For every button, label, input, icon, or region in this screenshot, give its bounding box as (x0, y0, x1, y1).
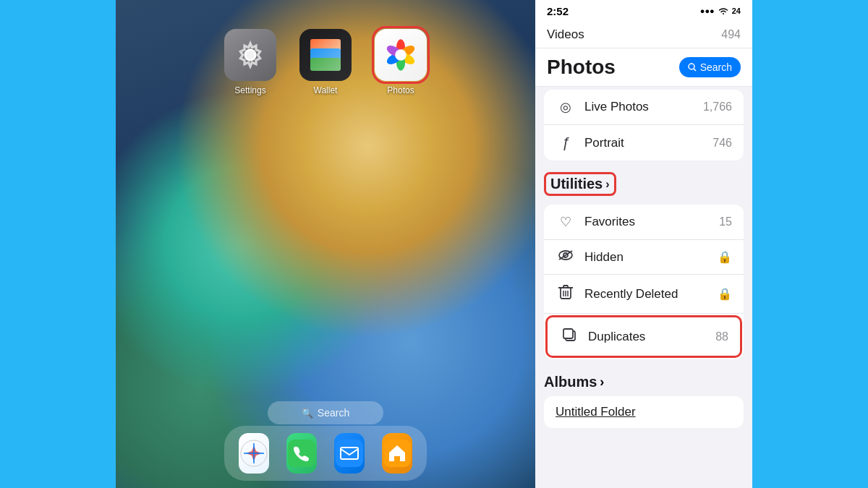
copy-svg-icon (561, 327, 577, 343)
wallet-icon-inner (310, 39, 341, 71)
live-photos-icon: ◎ (556, 99, 576, 115)
favorites-label: Favorites (584, 215, 719, 229)
settings-gear-icon (233, 38, 268, 72)
hidden-item[interactable]: Hidden 🔒 (544, 240, 744, 275)
live-photos-item[interactable]: ◎ Live Photos 1,766 (544, 90, 744, 125)
iphone-screen: Settings Wallet (116, 0, 535, 488)
recently-deleted-item[interactable]: Recently Deleted 🔒 (544, 275, 744, 314)
hidden-icon (556, 249, 576, 265)
right-panel: 2:52 ●●● 24 Videos 494 Photos (535, 0, 752, 488)
search-button-icon (688, 63, 697, 72)
status-time: 2:52 (547, 5, 569, 17)
safari-icon (240, 440, 268, 467)
trash-icon (556, 284, 576, 304)
portrait-item[interactable]: ƒ Portrait 746 (544, 125, 744, 160)
status-icons: ●●● 24 (700, 7, 741, 15)
svg-line-18 (694, 69, 696, 71)
live-photos-count: 1,766 (703, 100, 732, 114)
utilities-label: Utilities (550, 176, 603, 192)
status-bar: 2:52 ●●● 24 (535, 0, 752, 22)
dock (224, 426, 427, 481)
dock-mail-icon[interactable] (334, 433, 365, 474)
home-search-icon: 🔍 (302, 408, 313, 419)
wallet-card-3 (310, 58, 341, 71)
main-container: Settings Wallet (0, 0, 868, 488)
home-icon (383, 440, 411, 467)
hidden-label: Hidden (584, 250, 718, 265)
favorites-count: 15 (719, 215, 732, 228)
content-area: ◎ Live Photos 1,766 ƒ Portrait 746 Utili… (535, 87, 752, 488)
live-photos-label: Live Photos (584, 100, 703, 114)
photos-app-label: Photos (387, 85, 414, 95)
dock-home-icon[interactable] (382, 433, 412, 474)
albums-chevron: › (600, 374, 604, 390)
utilities-section-header[interactable]: Utilities › (535, 166, 752, 199)
portrait-label: Portrait (584, 136, 712, 150)
photos-app-wrapper[interactable]: Photos (375, 29, 427, 95)
favorites-icon: ♡ (556, 214, 576, 230)
duplicates-item[interactable]: Duplicates 88 (545, 315, 742, 358)
folder-label: Untitled Folder (556, 405, 636, 419)
media-types-card: ◎ Live Photos 1,766 ƒ Portrait 746 (544, 90, 744, 160)
search-button[interactable]: Search (679, 57, 741, 77)
portrait-icon: ƒ (556, 134, 576, 151)
signal-icon: ●●● (700, 7, 715, 15)
svg-rect-13 (288, 440, 315, 467)
trash-svg-icon (558, 284, 573, 300)
duplicates-count: 88 (715, 330, 728, 343)
videos-count: 494 (721, 28, 741, 41)
wallet-app-wrapper[interactable]: Wallet (299, 29, 352, 95)
svg-point-17 (689, 64, 694, 69)
left-panel: Settings Wallet (116, 0, 535, 488)
dock-phone-icon[interactable] (286, 433, 317, 474)
photos-highlight-border (372, 26, 430, 84)
duplicates-label: Duplicates (588, 330, 715, 344)
wallet-app-icon[interactable] (299, 29, 352, 81)
phone-icon (288, 440, 315, 467)
svg-rect-14 (336, 440, 363, 467)
albums-label: Albums (544, 374, 597, 390)
photos-header: Photos Search (535, 48, 752, 87)
duplicates-icon (559, 327, 579, 346)
hidden-lock-icon: 🔒 (718, 250, 732, 264)
folder-card[interactable]: Untitled Folder (544, 396, 744, 428)
search-button-label: Search (700, 61, 732, 73)
home-search-bar[interactable]: 🔍 Search (268, 401, 383, 424)
svg-rect-31 (563, 329, 573, 338)
settings-app-wrapper[interactable]: Settings (224, 29, 276, 95)
wallet-app-label: Wallet (314, 85, 338, 95)
recently-deleted-label: Recently Deleted (584, 287, 718, 301)
recently-deleted-lock-icon: 🔒 (718, 287, 732, 301)
home-search-label: Search (318, 407, 349, 419)
utilities-highlight-border: Utilities › (544, 172, 616, 196)
videos-label: Videos (547, 27, 584, 42)
mail-icon (336, 440, 363, 467)
eye-slash-icon (558, 249, 574, 261)
photos-title: Photos (547, 56, 616, 79)
photos-app-icon[interactable] (375, 29, 427, 81)
dock-safari-icon[interactable] (239, 433, 269, 474)
utilities-card: ♡ Favorites 15 Hidden 🔒 (544, 205, 744, 359)
videos-bar: Videos 494 (535, 22, 752, 48)
settings-app-label: Settings (234, 85, 265, 95)
albums-section-header[interactable]: Albums › (535, 365, 752, 393)
favorites-item[interactable]: ♡ Favorites 15 (544, 205, 744, 240)
portrait-count: 746 (712, 137, 732, 150)
settings-app-icon[interactable] (224, 29, 276, 81)
utilities-chevron: › (605, 178, 609, 191)
app-icons-row: Settings Wallet (224, 29, 427, 95)
battery-indicator: 24 (732, 7, 741, 15)
wifi-icon (718, 7, 729, 15)
